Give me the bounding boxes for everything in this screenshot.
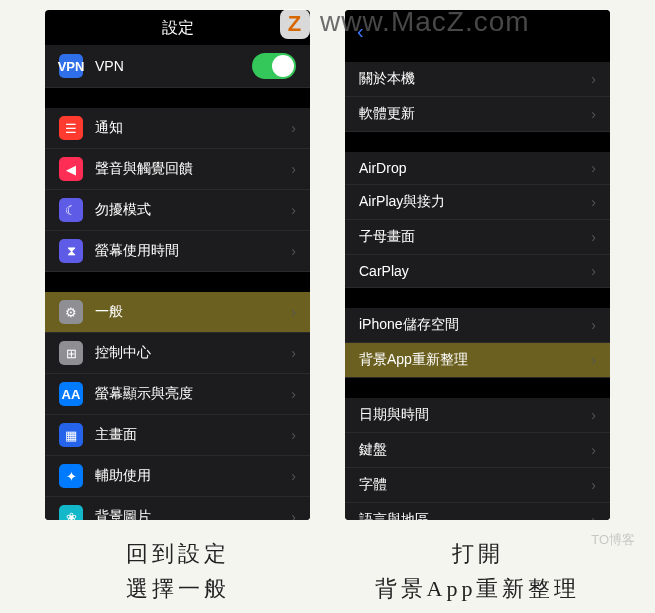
screen-title: 設定 [45, 10, 310, 45]
settings-row[interactable]: 背景App重新整理› [345, 343, 610, 378]
watermark: Zwww.MacZ.com [280, 6, 530, 39]
row-icon: ❀ [59, 505, 83, 520]
chevron-right-icon: › [291, 243, 296, 259]
settings-row[interactable]: ⊞控制中心› [45, 333, 310, 374]
z-logo-icon: Z [280, 9, 310, 39]
row-label: 軟體更新 [359, 105, 591, 123]
vpn-row[interactable]: VPN VPN [45, 45, 310, 88]
row-label: 控制中心 [95, 344, 291, 362]
chevron-right-icon: › [591, 407, 596, 423]
settings-row[interactable]: ◀聲音與觸覺回饋› [45, 149, 310, 190]
chevron-right-icon: › [291, 509, 296, 520]
settings-row[interactable]: AirDrop› [345, 152, 610, 185]
chevron-right-icon: › [291, 120, 296, 136]
chevron-right-icon: › [291, 345, 296, 361]
row-label: 勿擾模式 [95, 201, 291, 219]
chevron-right-icon: › [591, 71, 596, 87]
row-label: 鍵盤 [359, 441, 591, 459]
left-caption: 回到設定 選擇一般 [45, 536, 310, 606]
chevron-right-icon: › [591, 512, 596, 520]
settings-row[interactable]: 鍵盤› [345, 433, 610, 468]
row-label: 日期與時間 [359, 406, 591, 424]
row-label: 主畫面 [95, 426, 291, 444]
settings-row[interactable]: ❀背景圖片› [45, 497, 310, 520]
chevron-right-icon: › [291, 202, 296, 218]
settings-row[interactable]: 軟體更新› [345, 97, 610, 132]
settings-row[interactable]: ▦主畫面› [45, 415, 310, 456]
row-label: 子母畫面 [359, 228, 591, 246]
row-icon: ▦ [59, 423, 83, 447]
chevron-right-icon: › [291, 468, 296, 484]
row-label: iPhone儲存空間 [359, 316, 591, 334]
row-label: 一般 [95, 303, 291, 321]
settings-row[interactable]: 日期與時間› [345, 398, 610, 433]
settings-row[interactable]: iPhone儲存空間› [345, 308, 610, 343]
vpn-label: VPN [95, 58, 252, 74]
general-screen: ‹ 關於本機›軟體更新› AirDrop›AirPlay與接力›子母畫面›Car… [345, 10, 610, 520]
vpn-icon: VPN [59, 54, 83, 78]
row-icon: ⊞ [59, 341, 83, 365]
row-icon: ⧗ [59, 239, 83, 263]
row-icon: ✦ [59, 464, 83, 488]
row-label: CarPlay [359, 263, 591, 279]
settings-row[interactable]: ⚙一般› [45, 292, 310, 333]
settings-row[interactable]: 字體› [345, 468, 610, 503]
row-label: 關於本機 [359, 70, 591, 88]
settings-screen: 設定 VPN VPN ☰通知›◀聲音與觸覺回饋›☾勿擾模式›⧗螢幕使用時間› ⚙… [45, 10, 310, 520]
settings-row[interactable]: 子母畫面› [345, 220, 610, 255]
row-icon: AA [59, 382, 83, 406]
row-icon: ☾ [59, 198, 83, 222]
settings-row[interactable]: AA螢幕顯示與亮度› [45, 374, 310, 415]
chevron-right-icon: › [591, 194, 596, 210]
chevron-right-icon: › [591, 477, 596, 493]
row-label: 背景圖片 [95, 508, 291, 520]
settings-row[interactable]: ⧗螢幕使用時間› [45, 231, 310, 272]
chevron-right-icon: › [291, 386, 296, 402]
chevron-right-icon: › [591, 229, 596, 245]
row-icon: ◀ [59, 157, 83, 181]
row-label: 輔助使用 [95, 467, 291, 485]
row-label: 背景App重新整理 [359, 351, 591, 369]
settings-row[interactable]: AirPlay與接力› [345, 185, 610, 220]
settings-row[interactable]: ✦輔助使用› [45, 456, 310, 497]
settings-row[interactable]: 關於本機› [345, 62, 610, 97]
row-label: AirPlay與接力 [359, 193, 591, 211]
settings-row[interactable]: 語言與地區› [345, 503, 610, 520]
chevron-right-icon: › [591, 352, 596, 368]
blog-watermark: TO博客 [591, 531, 635, 549]
settings-row[interactable]: ☾勿擾模式› [45, 190, 310, 231]
chevron-right-icon: › [591, 263, 596, 279]
vpn-toggle[interactable] [252, 53, 296, 79]
settings-row[interactable]: ☰通知› [45, 108, 310, 149]
chevron-right-icon: › [591, 317, 596, 333]
chevron-right-icon: › [591, 442, 596, 458]
chevron-right-icon: › [291, 304, 296, 320]
right-caption: 打開 背景App重新整理 [345, 536, 610, 606]
settings-row[interactable]: CarPlay› [345, 255, 610, 288]
chevron-right-icon: › [591, 160, 596, 176]
row-label: 字體 [359, 476, 591, 494]
row-label: 語言與地區 [359, 511, 591, 520]
chevron-right-icon: › [291, 161, 296, 177]
chevron-right-icon: › [591, 106, 596, 122]
row-icon: ⚙ [59, 300, 83, 324]
row-label: 通知 [95, 119, 291, 137]
row-label: 螢幕使用時間 [95, 242, 291, 260]
row-label: 聲音與觸覺回饋 [95, 160, 291, 178]
row-label: AirDrop [359, 160, 591, 176]
row-label: 螢幕顯示與亮度 [95, 385, 291, 403]
row-icon: ☰ [59, 116, 83, 140]
chevron-right-icon: › [291, 427, 296, 443]
